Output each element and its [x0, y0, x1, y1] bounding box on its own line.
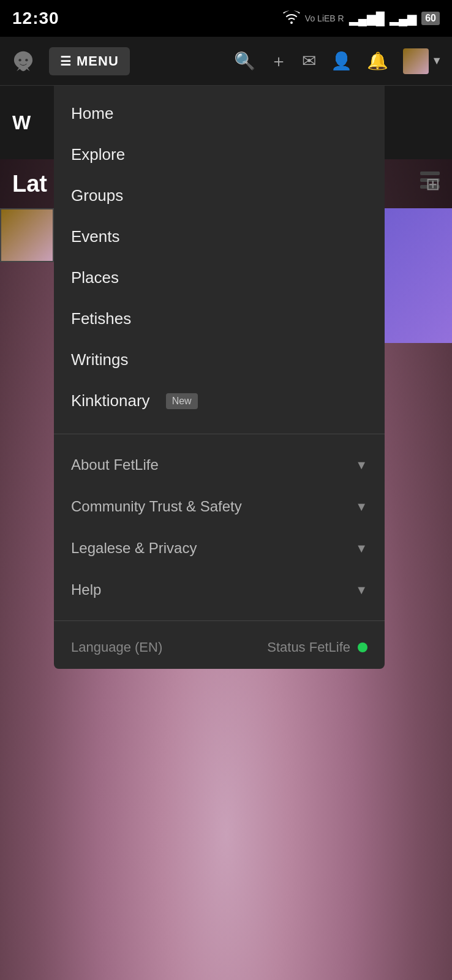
menu-button[interactable]: ☰ MENU [49, 47, 130, 75]
menu-item-places[interactable]: Places [54, 257, 385, 298]
post-thumbnail-left [0, 208, 54, 262]
menu-divider-2 [54, 620, 385, 621]
status-dot-icon [358, 643, 367, 652]
menu-item-help[interactable]: Help ▼ [54, 569, 385, 611]
messages-icon[interactable]: ✉ [302, 51, 316, 71]
menu-item-legalese[interactable]: Legalese & Privacy ▼ [54, 527, 385, 569]
language-label[interactable]: Language (EN) [71, 639, 162, 655]
status-icons: Vo LiEB R ▂▄▆█ ▂▄▆ 60 [283, 10, 440, 27]
menu-item-fetishes[interactable]: Fetishes [54, 298, 385, 339]
help-chevron-icon: ▼ [355, 583, 367, 597]
status-time: 12:30 [12, 9, 59, 28]
kinktionary-badge: New [166, 393, 198, 409]
lat-text: Lat [12, 171, 47, 197]
navbar: ☰ MENU 🔍 ＋ ✉ 👤 🔔 ▼ [0, 37, 452, 86]
wifi-icon [283, 10, 300, 27]
battery-icon: 60 [421, 12, 440, 25]
legalese-chevron-icon: ▼ [355, 541, 367, 556]
signal-bars-1: ▂▄▆█ [349, 11, 385, 26]
menu-item-explore[interactable]: Explore [54, 134, 385, 175]
menu-item-home[interactable]: Home [54, 93, 385, 134]
avatar-chevron-icon: ▼ [431, 55, 442, 67]
status-bar: 12:30 Vo LiEB R ▂▄▆█ ▂▄▆ 60 [0, 0, 452, 37]
post-thumb-1 [0, 208, 54, 262]
menu-footer: Language (EN) Status FetLife [54, 626, 385, 669]
menu-label: MENU [77, 53, 119, 69]
status-text: Status FetLife [267, 639, 350, 655]
menu-divider-1 [54, 434, 385, 434]
notifications-icon[interactable]: 🔔 [367, 51, 388, 71]
hamburger-icon: ☰ [60, 54, 72, 69]
app-logo [10, 48, 37, 75]
menu-item-events[interactable]: Events [54, 216, 385, 257]
avatar [403, 48, 429, 74]
search-icon[interactable]: 🔍 [234, 51, 255, 71]
menu-secondary-section: About FetLife ▼ Community Trust & Safety… [54, 439, 385, 616]
svg-point-0 [18, 59, 21, 61]
profile-icon[interactable]: 👤 [331, 51, 352, 71]
grid-list-icon[interactable]: ⊞ [426, 174, 440, 194]
menu-item-groups[interactable]: Groups [54, 175, 385, 216]
menu-item-trust-safety[interactable]: Community Trust & Safety ▼ [54, 486, 385, 527]
add-icon[interactable]: ＋ [270, 50, 287, 73]
bg-w-text: W [12, 111, 31, 134]
svg-point-1 [25, 59, 28, 61]
menu-item-kinktionary[interactable]: Kinktionary New [54, 380, 385, 421]
fetlife-logo-icon [12, 50, 34, 72]
trust-safety-chevron-icon: ▼ [355, 500, 367, 514]
status-fetlife: Status FetLife [267, 639, 367, 655]
avatar-container[interactable]: ▼ [403, 48, 442, 74]
about-chevron-icon: ▼ [355, 458, 367, 472]
menu-item-about[interactable]: About FetLife ▼ [54, 444, 385, 486]
menu-primary-section: Home Explore Groups Events Places Fetish… [54, 86, 385, 429]
dropdown-menu: Home Explore Groups Events Places Fetish… [54, 86, 385, 669]
signal-text: Vo LiEB R [305, 13, 344, 23]
nav-icons: 🔍 ＋ ✉ 👤 🔔 ▼ [234, 48, 442, 74]
menu-item-writings[interactable]: Writings [54, 339, 385, 380]
signal-bars-2: ▂▄▆ [390, 11, 416, 26]
